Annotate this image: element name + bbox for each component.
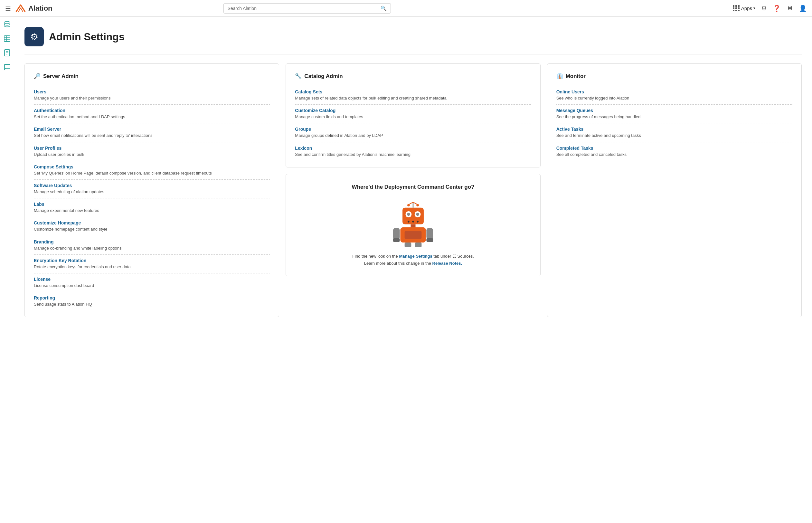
- card-link-authentication[interactable]: Authentication: [34, 108, 270, 113]
- catalog-admin-icon: 🔧: [295, 73, 302, 79]
- sidebar-icon-table[interactable]: [3, 35, 11, 42]
- card-link-item: Customize HomepageCustomize homepage con…: [34, 217, 270, 236]
- svg-point-19: [408, 221, 409, 222]
- card-link-reporting[interactable]: Reporting: [34, 295, 270, 301]
- monitor-title: 👔 Monitor: [556, 73, 792, 79]
- card-link-item: Compose SettingsSet 'My Queries' on Home…: [34, 161, 270, 180]
- card-desc: Customize homepage content and style: [34, 227, 270, 232]
- database-icon: [3, 21, 11, 28]
- release-notes-link[interactable]: Release Notes.: [432, 261, 462, 266]
- card-link-software-updates[interactable]: Software Updates: [34, 183, 270, 188]
- page-divider: [24, 54, 802, 54]
- sidebar-icon-document[interactable]: [3, 49, 11, 57]
- card-desc: License consumption dashboard: [34, 283, 270, 289]
- svg-point-13: [416, 204, 419, 206]
- deployment-description: Find the new look on the Manage Settings…: [352, 253, 474, 267]
- sidebar-icon-chat[interactable]: [3, 63, 11, 71]
- card-link-item: Completed TasksSee all completed and can…: [556, 142, 792, 161]
- card-desc: Manage experimental new features: [34, 208, 270, 214]
- card-desc: Set 'My Queries' on Home Page, default c…: [34, 170, 270, 176]
- card-link-item: BrandingManage co-branding and white lab…: [34, 236, 270, 255]
- server-admin-items: UsersManage your users and their permiss…: [34, 86, 270, 310]
- logo-text: Alation: [28, 4, 53, 13]
- card-link-item: Online UsersSee who is currently logged …: [556, 86, 792, 105]
- card-link-item: Software UpdatesManage scheduling of ala…: [34, 180, 270, 198]
- settings-gear-icon[interactable]: ⚙: [761, 4, 767, 12]
- svg-rect-26: [426, 228, 433, 239]
- admin-settings-icon: ⚙: [24, 27, 44, 47]
- page-header: ⚙ Admin Settings: [24, 27, 802, 47]
- card-link-license[interactable]: License: [34, 277, 270, 282]
- search-input[interactable]: [228, 6, 378, 11]
- monitor-card: 👔 Monitor Online UsersSee who is current…: [547, 64, 802, 317]
- card-desc: Manage groups defined in Alation and by …: [295, 133, 531, 139]
- card-link-compose-settings[interactable]: Compose Settings: [34, 164, 270, 169]
- card-link-customize-homepage[interactable]: Customize Homepage: [34, 220, 270, 226]
- card-desc: Manage your users and their permissions: [34, 95, 270, 101]
- card-desc: Set how email notifications will be sent…: [34, 133, 270, 139]
- card-link-groups[interactable]: Groups: [295, 127, 531, 132]
- card-desc: Manage co-branding and white labeling op…: [34, 246, 270, 251]
- card-desc: See all completed and canceled tasks: [556, 152, 792, 158]
- apps-label: Apps: [741, 5, 752, 11]
- card-link-customize-catalog[interactable]: Customize Catalog: [295, 108, 531, 113]
- main-content: ⚙ Admin Settings 🔎 Server Admin UsersMan…: [14, 17, 812, 523]
- server-admin-icon: 🔎: [34, 73, 41, 79]
- card-link-active-tasks[interactable]: Active Tasks: [556, 127, 792, 132]
- card-desc: Send usage stats to Alation HQ: [34, 302, 270, 307]
- card-link-branding[interactable]: Branding: [34, 239, 270, 245]
- card-desc: Manage sets of related data objects for …: [295, 95, 531, 101]
- card-desc: See who is currently logged into Alation: [556, 95, 792, 101]
- monitor-items: Online UsersSee who is currently logged …: [556, 86, 792, 161]
- hamburger-menu-icon[interactable]: ☰: [5, 4, 11, 12]
- logo-link[interactable]: Alation: [15, 4, 53, 13]
- card-link-encryption-key-rotation[interactable]: Encryption Key Rotation: [34, 258, 270, 263]
- card-desc: See and confirm titles generated by Alat…: [295, 152, 531, 158]
- svg-point-12: [407, 204, 410, 206]
- top-navigation: ☰ Alation 🔍 Apps ▾ ⚙ ❓ 🖥 👤: [0, 0, 812, 17]
- svg-rect-24: [405, 231, 422, 239]
- help-icon[interactable]: ❓: [773, 4, 781, 12]
- card-desc: Manage scheduling of alation updates: [34, 189, 270, 195]
- card-link-item: User ProfilesUpload user profiles in bul…: [34, 142, 270, 161]
- logo-svg: [15, 4, 26, 13]
- card-desc: See the progress of messages being handl…: [556, 114, 792, 120]
- cards-grid: 🔎 Server Admin UsersManage your users an…: [24, 64, 802, 317]
- search-bar: 🔍: [223, 3, 391, 14]
- card-desc: Manage custom fields and templates: [295, 114, 531, 120]
- chat-icon: [3, 64, 11, 71]
- card-link-item: GroupsManage groups defined in Alation a…: [295, 123, 531, 142]
- card-link-message-queues[interactable]: Message Queues: [556, 108, 792, 113]
- svg-point-20: [412, 221, 414, 222]
- apps-grid-icon: [733, 5, 740, 11]
- card-link-completed-tasks[interactable]: Completed Tasks: [556, 146, 792, 151]
- card-link-item: Email ServerSet how email notifications …: [34, 123, 270, 142]
- svg-rect-27: [393, 238, 400, 242]
- card-link-lexicon[interactable]: Lexicon: [295, 146, 531, 151]
- manage-settings-link[interactable]: Manage Settings: [399, 254, 432, 258]
- svg-point-18: [416, 213, 419, 215]
- card-link-labs[interactable]: Labs: [34, 202, 270, 207]
- svg-point-21: [417, 221, 419, 222]
- card-link-email-server[interactable]: Email Server: [34, 127, 270, 132]
- apps-button[interactable]: Apps ▾: [733, 5, 755, 11]
- card-link-online-users[interactable]: Online Users: [556, 89, 792, 94]
- user-avatar-icon[interactable]: 👤: [799, 4, 807, 12]
- sidebar: [0, 17, 14, 523]
- messages-icon[interactable]: 🖥: [787, 4, 793, 12]
- card-link-users[interactable]: Users: [34, 89, 270, 94]
- server-admin-title: 🔎 Server Admin: [34, 73, 270, 79]
- card-link-catalog-sets[interactable]: Catalog Sets: [295, 89, 531, 94]
- svg-rect-29: [405, 242, 411, 247]
- card-desc: Set the authentication method and LDAP s…: [34, 114, 270, 120]
- card-link-item: ReportingSend usage stats to Alation HQ: [34, 292, 270, 310]
- sidebar-icon-database[interactable]: [3, 21, 11, 28]
- svg-rect-1: [4, 36, 10, 41]
- svg-rect-25: [393, 228, 400, 239]
- deployment-title: Where'd the Deployment Command Center go…: [352, 183, 475, 191]
- svg-point-0: [4, 22, 10, 24]
- card-link-user-profiles[interactable]: User Profiles: [34, 146, 270, 151]
- catalog-admin-title: 🔧 Catalog Admin: [295, 73, 531, 79]
- svg-rect-28: [426, 238, 433, 242]
- table-icon: [3, 35, 11, 42]
